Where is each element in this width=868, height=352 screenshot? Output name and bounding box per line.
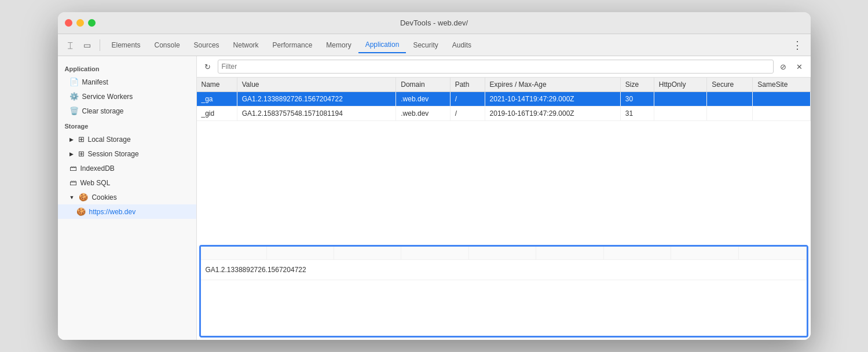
col-samesite[interactable]: SameSite <box>753 78 810 92</box>
cell-5: 30 <box>620 92 654 107</box>
window-title: DevTools - web.dev/ <box>400 19 468 27</box>
manifest-icon: 📄 <box>69 78 79 86</box>
detail-empty-name <box>201 247 267 260</box>
clear-storage-icon: 🗑️ <box>69 107 79 115</box>
service-workers-icon: ⚙️ <box>69 92 79 101</box>
cookies-icon: 🍪 <box>79 193 88 201</box>
sidebar-item-indexeddb[interactable]: 🗃 IndexedDB <box>58 161 196 175</box>
cookie-table: Name Value Domain Path Expires / Max-Age… <box>197 78 811 121</box>
col-expires[interactable]: Expires / Max-Age <box>485 78 620 92</box>
tab-console[interactable]: Console <box>148 38 187 53</box>
detail-empty-httponly <box>603 247 671 260</box>
cell-7 <box>707 92 753 107</box>
col-name[interactable]: Name <box>197 78 237 92</box>
right-panel: ↻ ⊘ ✕ Name Value Domain Path Expires / M… <box>197 56 811 340</box>
detail-empty-size <box>536 247 603 260</box>
sidebar: Application 📄 Manifest ⚙️ Service Worker… <box>58 56 197 340</box>
cell-3: / <box>450 107 485 121</box>
toolbar: ⌶ ▭ Elements Console Sources Network Per… <box>58 34 811 56</box>
detail-table: GA1.2.1338892726.1567204722 <box>201 247 807 280</box>
sidebar-item-cookies-url[interactable]: 🍪 https://web.dev <box>58 204 196 219</box>
cell-8 <box>753 92 810 107</box>
detail-value: GA1.2.1338892726.1567204722 <box>201 260 807 280</box>
inspect-icon[interactable]: ⌶ <box>63 38 78 53</box>
col-value[interactable]: Value <box>237 78 396 92</box>
sidebar-item-session-storage[interactable]: ▶ ⊞ Session Storage <box>58 146 196 161</box>
detail-value-row: GA1.2.1338892726.1567204722 <box>201 260 807 280</box>
sidebar-item-web-sql[interactable]: 🗃 Web SQL <box>58 175 196 190</box>
cell-0: _gid <box>197 107 237 121</box>
separator <box>100 39 100 51</box>
detail-panel: GA1.2.1338892726.1567204722 <box>199 245 808 338</box>
close-button[interactable] <box>65 19 72 27</box>
device-icon[interactable]: ▭ <box>80 38 95 53</box>
col-domain[interactable]: Domain <box>396 78 450 92</box>
sidebar-item-manifest[interactable]: 📄 Manifest <box>58 75 196 89</box>
title-bar: DevTools - web.dev/ <box>58 12 811 34</box>
indexeddb-icon: 🗃 <box>69 164 77 173</box>
maximize-button[interactable] <box>88 19 96 27</box>
cookies-url-icon: 🍪 <box>76 207 86 216</box>
detail-empty-path <box>401 247 468 260</box>
detail-empty-domain <box>334 247 401 260</box>
detail-empty-secure <box>671 247 738 260</box>
cell-5: 31 <box>620 107 654 121</box>
tab-memory[interactable]: Memory <box>319 38 358 53</box>
refresh-button[interactable]: ↻ <box>202 60 214 73</box>
sidebar-item-service-workers[interactable]: ⚙️ Service Workers <box>58 89 196 104</box>
expand-icon: ▼ <box>69 195 75 200</box>
cell-3: / <box>450 92 485 107</box>
local-storage-icon: ⊞ <box>78 135 85 144</box>
tab-performance[interactable]: Performance <box>266 38 320 53</box>
detail-empty-expires <box>468 247 536 260</box>
clear-filter-button[interactable]: ⊘ <box>777 60 790 73</box>
cookie-toolbar: ↻ ⊘ ✕ <box>197 56 811 78</box>
tab-application[interactable]: Application <box>358 37 406 53</box>
close-filter-button[interactable]: ✕ <box>793 60 806 73</box>
sidebar-item-cookies[interactable]: ▼ 🍪 Cookies <box>58 190 196 204</box>
main-content: Application 📄 Manifest ⚙️ Service Worker… <box>58 56 811 340</box>
sidebar-item-clear-storage[interactable]: 🗑️ Clear storage <box>58 104 196 118</box>
tab-elements[interactable]: Elements <box>105 38 148 53</box>
session-storage-icon: ⊞ <box>78 149 85 158</box>
table-header-row: Name Value Domain Path Expires / Max-Age… <box>197 78 811 92</box>
col-secure[interactable]: Secure <box>707 78 753 92</box>
cell-6 <box>654 107 706 121</box>
cell-0: _ga <box>197 92 237 107</box>
traffic-lights <box>65 19 96 27</box>
detail-empty-value <box>266 247 334 260</box>
cell-8 <box>753 107 810 121</box>
cell-4: 2019-10-16T19:47:29.000Z <box>485 107 620 121</box>
devtools-window: DevTools - web.dev/ ⌶ ▭ Elements Console… <box>58 12 811 340</box>
sidebar-section-application: Application <box>58 61 196 75</box>
sidebar-item-local-storage[interactable]: ▶ ⊞ Local Storage <box>58 132 196 146</box>
table-row[interactable]: _gidGA1.2.1583757548.1571081194.web.dev/… <box>197 107 811 121</box>
table-row[interactable]: _gaGA1.2.1338892726.1567204722.web.dev/2… <box>197 92 811 107</box>
minimize-button[interactable] <box>76 19 84 27</box>
expand-icon: ▶ <box>69 151 74 157</box>
filter-input[interactable] <box>218 60 774 74</box>
cell-2: .web.dev <box>396 92 450 107</box>
cell-1: GA1.2.1583757548.1571081194 <box>237 107 396 121</box>
sidebar-section-storage: Storage <box>58 118 196 132</box>
web-sql-icon: 🗃 <box>69 178 77 187</box>
cell-7 <box>707 107 753 121</box>
tab-bar: Elements Console Sources Network Perform… <box>105 37 786 53</box>
tab-security[interactable]: Security <box>406 38 445 53</box>
col-path[interactable]: Path <box>450 78 485 92</box>
tab-sources[interactable]: Sources <box>187 38 226 53</box>
expand-icon: ▶ <box>69 137 74 142</box>
detail-empty-samesite <box>738 247 806 260</box>
cell-6 <box>654 92 706 107</box>
col-httponly[interactable]: HttpOnly <box>654 78 706 92</box>
table-row <box>201 247 807 260</box>
tab-network[interactable]: Network <box>226 38 266 53</box>
cell-1: GA1.2.1338892726.1567204722 <box>237 92 396 107</box>
cookie-table-container: Name Value Domain Path Expires / Max-Age… <box>197 78 811 243</box>
cell-4: 2021-10-14T19:47:29.000Z <box>485 92 620 107</box>
cell-2: .web.dev <box>396 107 450 121</box>
more-options-icon[interactable]: ⋮ <box>789 39 806 52</box>
col-size[interactable]: Size <box>620 78 654 92</box>
tab-audits[interactable]: Audits <box>445 38 478 53</box>
